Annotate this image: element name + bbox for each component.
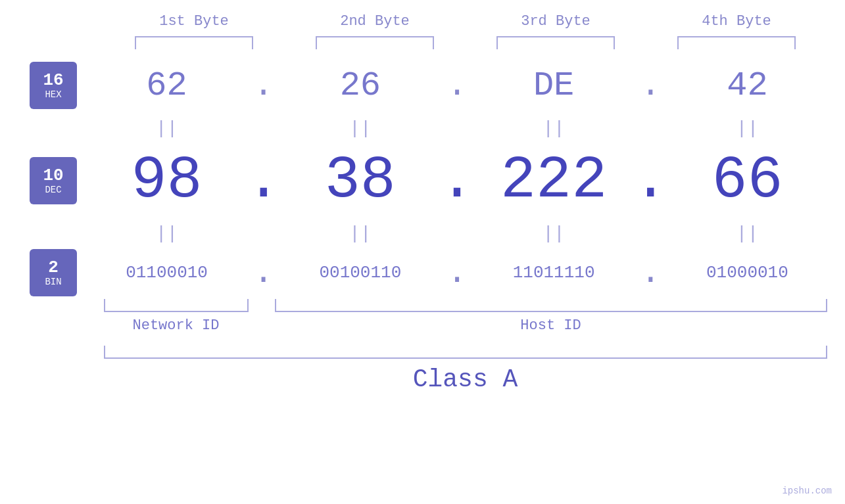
dot1-bin: .	[253, 250, 274, 296]
dot1-dec: .	[246, 145, 281, 217]
main-container: 1st Byte 2nd Byte 3rd Byte 4th Byte 16 H…	[0, 0, 845, 504]
byte-col-4: 42 || 66 || 01000010	[675, 59, 819, 296]
top-bracket-4	[677, 36, 796, 49]
byte2-eq2: ||	[349, 217, 372, 250]
byte4-dec: 66	[712, 145, 783, 217]
dec-number: 10	[43, 166, 63, 185]
class-label: Class A	[413, 365, 518, 394]
bottom-bracket-container	[104, 299, 827, 312]
dot1-hex: .	[253, 59, 274, 112]
hex-eq-spacer	[30, 112, 77, 145]
byte-col-1: 62 || 98 || 01100010	[95, 59, 239, 296]
byte3-hex: DE	[533, 59, 574, 112]
dot-col-3: . . .	[637, 59, 664, 296]
hex-label-row: 16 HEX	[30, 59, 77, 112]
byte2-hex: 26	[340, 59, 381, 112]
byte2-dec: 38	[325, 145, 396, 217]
dot-col-2: . . .	[444, 59, 470, 296]
byte4-header: 4th Byte	[671, 13, 802, 30]
hex-label: HEX	[45, 90, 61, 100]
dot2-hex: .	[447, 59, 467, 112]
dot-col-1: . . .	[251, 59, 277, 296]
byte2-bin: 00100110	[319, 250, 401, 296]
bottom-section: Network ID Host ID	[104, 299, 827, 334]
top-bracket-1	[135, 36, 253, 49]
host-id-bracket	[275, 299, 827, 312]
watermark: ipshu.com	[782, 486, 832, 496]
byte1-eq2: ||	[156, 217, 178, 250]
byte-col-3: DE || 222 || 11011110	[481, 59, 626, 296]
base-labels: 16 HEX 10 DEC 2 BIN	[0, 59, 89, 296]
network-id-label: Network ID	[104, 317, 249, 334]
byte1-hex: 62	[146, 59, 187, 112]
bin-badge: 2 BIN	[30, 249, 77, 296]
dec-badge: 10 DEC	[30, 157, 77, 204]
byte1-header: 1st Byte	[128, 13, 260, 30]
dec-label-row: 10 DEC	[30, 145, 77, 217]
network-id-bracket	[104, 299, 249, 312]
bin-number: 2	[48, 258, 59, 277]
byte3-eq2: ||	[543, 217, 565, 250]
class-label-row: Class A	[104, 365, 827, 394]
dot3-hex: .	[640, 59, 661, 112]
byte4-hex: 42	[727, 59, 767, 112]
byte2-eq1: ||	[349, 112, 372, 145]
header-row: 1st Byte 2nd Byte 3rd Byte 4th Byte	[104, 13, 827, 30]
dec-eq-spacer	[30, 217, 77, 250]
top-bracket-row	[104, 36, 827, 49]
byte-col-2: 26 || 38 || 00100110	[288, 59, 433, 296]
byte4-eq2: ||	[736, 217, 759, 250]
dot2-bin: .	[447, 250, 467, 296]
byte3-bin: 11011110	[513, 250, 595, 296]
dot2-dec: .	[439, 145, 475, 217]
dot3-bin: .	[640, 250, 661, 296]
byte4-bin: 01000010	[706, 250, 788, 296]
content-area: 16 HEX 10 DEC 2 BIN	[0, 59, 845, 296]
byte3-eq1: ||	[543, 112, 565, 145]
hex-number: 16	[43, 71, 63, 90]
bin-label: BIN	[45, 277, 61, 287]
class-section: Class A	[104, 346, 827, 394]
byte3-header: 3rd Byte	[490, 13, 621, 30]
byte3-dec: 222	[500, 145, 607, 217]
bytes-area: 62 || 98 || 01100010 . . . 26 || 38 || 0…	[89, 59, 845, 296]
top-bracket-2	[316, 36, 434, 49]
dec-label: DEC	[45, 185, 61, 195]
top-bracket-3	[496, 36, 615, 49]
class-bracket	[104, 346, 827, 359]
hex-badge: 16 HEX	[30, 62, 77, 109]
byte2-header: 2nd Byte	[309, 13, 441, 30]
byte4-eq1: ||	[736, 112, 759, 145]
id-labels-row: Network ID Host ID	[104, 317, 827, 334]
byte1-eq1: ||	[156, 112, 178, 145]
byte1-dec: 98	[132, 145, 203, 217]
byte1-bin: 01100010	[126, 250, 208, 296]
dot3-dec: .	[633, 145, 668, 217]
host-id-label: Host ID	[275, 317, 827, 334]
labels-wrapper: 16 HEX 10 DEC 2 BIN	[30, 59, 77, 296]
bin-label-row: 2 BIN	[30, 250, 77, 296]
